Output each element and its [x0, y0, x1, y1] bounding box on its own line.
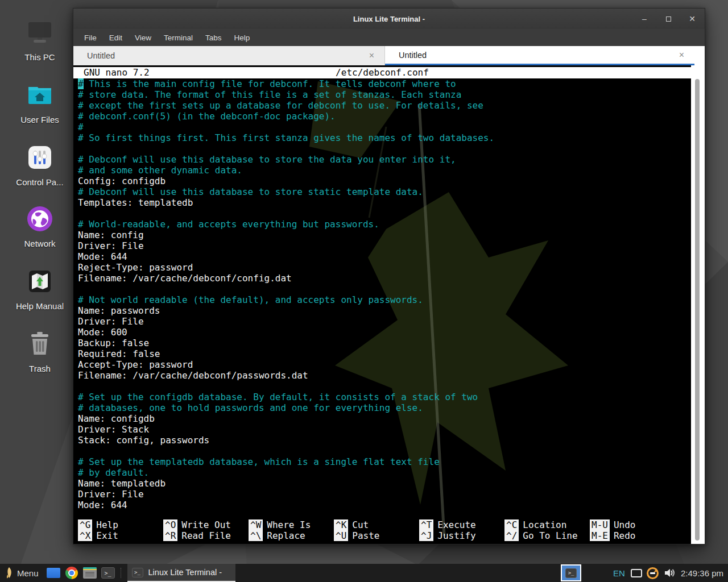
terminal-line: Name: configdb	[78, 413, 691, 424]
terminal-line: Name: templatedb	[78, 478, 691, 489]
desktop-icon-trash[interactable]: Trash	[6, 327, 74, 373]
shortcut-key[interactable]: ^T	[419, 519, 433, 530]
window-titlebar[interactable]: Linux Lite Terminal - – ✕	[73, 9, 705, 29]
globe-icon	[23, 202, 56, 235]
terminal-line	[78, 381, 691, 392]
tab-untitled-1[interactable]: Untitled ×	[73, 46, 385, 65]
window-controls: – ✕	[640, 9, 697, 29]
tray-terminal-button[interactable]: >_	[561, 564, 581, 581]
clock[interactable]: 2:49:36 pm	[681, 568, 723, 578]
terminal-line: Backup: false	[78, 338, 691, 348]
shortcut-key[interactable]: ^C	[504, 519, 519, 530]
language-indicator[interactable]: EN	[613, 568, 625, 578]
file-manager-icon[interactable]	[82, 566, 97, 580]
shortcut-label: Help	[96, 519, 118, 530]
shortcut-key[interactable]: ^X	[78, 530, 92, 541]
terminal-line: # Debconf will use this database to stor…	[78, 186, 691, 197]
terminal-line: # debconf.conf(5) (in the debconf-doc pa…	[78, 111, 691, 122]
volume-icon[interactable]	[664, 568, 675, 578]
tab-bar: Untitled × Untitled ×	[73, 46, 705, 65]
nano-shortcut-bar: ^GHelp^OWrite Out^WWhere Is^KCut^TExecut…	[78, 519, 676, 541]
minimize-button[interactable]: –	[640, 15, 649, 23]
display-icon[interactable]	[631, 569, 642, 577]
tab-untitled-2-active[interactable]: Untitled ×	[385, 46, 694, 65]
desktop-icon-this-pc[interactable]: This PC	[6, 16, 74, 62]
shortcut-label: Paste	[352, 530, 379, 541]
desktop-icon-label: This PC	[24, 52, 55, 62]
terminal-line: # Debconf will use this database to stor…	[78, 154, 691, 165]
menu-item-view[interactable]: View	[129, 31, 158, 44]
menu-item-tabs[interactable]: Tabs	[199, 31, 228, 44]
chrome-icon[interactable]	[64, 566, 79, 580]
trash-icon	[23, 327, 56, 360]
monitor-icon	[23, 16, 56, 49]
terminal-line: # by default.	[78, 467, 691, 478]
terminal-line: # and some other dynamic data.	[78, 165, 691, 176]
terminal-line: Driver: File	[78, 240, 691, 251]
task-button-terminal[interactable]: >_ Linux Lite Terminal -	[127, 564, 235, 582]
menu-item-help[interactable]: Help	[228, 31, 257, 44]
shortcut-label: Exit	[96, 530, 118, 541]
shortcut-write-out: ^OWrite Out	[163, 519, 249, 530]
shortcut-key[interactable]: ^O	[163, 519, 177, 530]
desktop-icon-help-manual[interactable]: Help Manual	[6, 265, 74, 311]
scrollbar-thumb[interactable]	[695, 79, 700, 541]
menu-button[interactable]: Menu	[0, 564, 44, 582]
shortcut-label: Write Out	[181, 519, 231, 530]
terminal-line: Mode: 600	[78, 327, 691, 338]
terminal-line	[78, 143, 691, 154]
tab-close-icon[interactable]: ×	[369, 51, 374, 61]
terminal-line	[78, 208, 691, 219]
tab-bar-filler	[694, 46, 705, 65]
shortcut-go-to-line: ^/Go To Line	[504, 530, 590, 541]
shortcut-label: Replace	[267, 530, 305, 541]
menu-item-terminal[interactable]: Terminal	[158, 31, 199, 44]
terminal-line: # except the first sets up a database fo…	[78, 100, 691, 111]
shortcut-key[interactable]: ^G	[78, 519, 92, 530]
desktop-icon-network[interactable]: Network	[6, 202, 74, 248]
menu-item-file[interactable]: File	[78, 31, 103, 44]
menu-item-edit[interactable]: Edit	[103, 31, 129, 44]
terminal-line: # Set up the templatedb database, which …	[78, 456, 691, 467]
terminal-line: Filename: /var/cache/debconf/config.dat	[78, 273, 691, 284]
tab-close-icon[interactable]: ×	[679, 50, 684, 60]
shortcut-key[interactable]: ^\	[249, 530, 263, 541]
terminal-icon: >_	[565, 568, 577, 578]
task-button-label: Linux Lite Terminal -	[148, 568, 222, 577]
shortcut-key[interactable]: M-E	[590, 530, 610, 541]
shortcut-undo: M-UUndo	[590, 519, 676, 530]
shortcut-exit: ^XExit	[78, 530, 163, 541]
workspace-pager-icon[interactable]	[46, 566, 61, 580]
desktop-icon-user-files[interactable]: User Files	[6, 78, 74, 124]
close-button[interactable]: ✕	[688, 15, 697, 23]
desktop-icon-control-panel[interactable]: Control Pa...	[6, 141, 74, 187]
shortcut-key[interactable]: ^W	[249, 519, 263, 530]
shortcut-key[interactable]: M-U	[590, 519, 610, 530]
desktop-icon-label: Trash	[29, 364, 51, 373]
scrollbar-track[interactable]	[691, 65, 705, 544]
terminal-line: Templates: templatedb	[78, 197, 691, 208]
nano-header-bar: GNU nano 7.2 /etc/debconf.conf	[73, 67, 691, 78]
shortcut-key[interactable]: ^/	[504, 530, 519, 541]
shortcut-label: Go To Line	[523, 530, 577, 541]
update-notifier-icon[interactable]	[647, 567, 659, 579]
shortcut-key[interactable]: ^R	[163, 530, 177, 541]
terminal-line: # World-readable, and accepts everything…	[78, 219, 691, 230]
taskbar-separator[interactable]	[121, 568, 125, 578]
terminal-line: Driver: File	[78, 316, 691, 327]
sliders-icon	[23, 141, 56, 174]
menu-button-label: Menu	[17, 568, 39, 578]
shortcut-key[interactable]: ^K	[334, 519, 348, 530]
manual-icon	[23, 265, 56, 298]
shortcut-key[interactable]: ^J	[419, 530, 433, 541]
terminal-line: #	[78, 122, 691, 132]
nano-file-path: /etc/debconf.conf	[73, 67, 691, 78]
maximize-button[interactable]	[664, 15, 673, 23]
desktop-icon-label: Control Pa...	[16, 177, 63, 187]
terminal-line: Mode: 644	[78, 500, 691, 510]
terminal-screen[interactable]: GNU nano 7.2 /etc/debconf.conf # This is…	[73, 65, 691, 544]
terminal-launcher-icon[interactable]: >_	[101, 566, 115, 580]
shortcut-key[interactable]: ^U	[334, 530, 348, 541]
terminal-area: GNU nano 7.2 /etc/debconf.conf # This is…	[73, 65, 705, 544]
terminal-line: Driver: Stack	[78, 424, 691, 435]
